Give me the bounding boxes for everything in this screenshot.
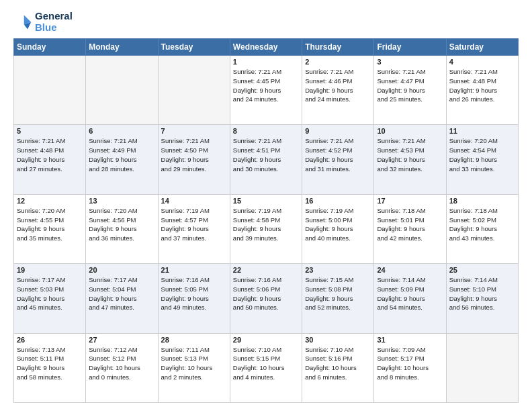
day-number: 18 bbox=[449, 197, 515, 205]
calendar-header-row: SundayMondayTuesdayWednesdayThursdayFrid… bbox=[14, 39, 519, 56]
day-number: 19 bbox=[17, 266, 83, 274]
calendar-header-saturday: Saturday bbox=[446, 39, 518, 56]
day-info: Sunrise: 7:17 AM Sunset: 5:04 PM Dayligh… bbox=[89, 275, 154, 312]
day-info: Sunrise: 7:18 AM Sunset: 5:01 PM Dayligh… bbox=[377, 206, 443, 243]
day-info: Sunrise: 7:17 AM Sunset: 5:03 PM Dayligh… bbox=[17, 275, 83, 312]
day-info: Sunrise: 7:16 AM Sunset: 5:05 PM Dayligh… bbox=[161, 275, 227, 312]
day-info: Sunrise: 7:09 AM Sunset: 5:17 PM Dayligh… bbox=[377, 345, 443, 382]
calendar-header-sunday: Sunday bbox=[14, 39, 86, 56]
day-number: 17 bbox=[377, 197, 443, 205]
day-info: Sunrise: 7:15 AM Sunset: 5:08 PM Dayligh… bbox=[305, 275, 371, 312]
day-number: 16 bbox=[305, 197, 371, 205]
calendar-table: SundayMondayTuesdayWednesdayThursdayFrid… bbox=[13, 38, 519, 403]
calendar-cell bbox=[86, 56, 158, 125]
day-info: Sunrise: 7:19 AM Sunset: 4:58 PM Dayligh… bbox=[233, 206, 299, 243]
calendar-cell: 3Sunrise: 7:21 AM Sunset: 4:47 PM Daylig… bbox=[374, 56, 446, 125]
day-number: 11 bbox=[449, 127, 515, 135]
day-number: 21 bbox=[161, 266, 227, 274]
calendar-cell: 8Sunrise: 7:21 AM Sunset: 4:51 PM Daylig… bbox=[230, 125, 302, 194]
calendar-cell: 22Sunrise: 7:16 AM Sunset: 5:06 PM Dayli… bbox=[230, 264, 302, 333]
day-number: 31 bbox=[377, 336, 443, 344]
day-number: 6 bbox=[89, 127, 154, 135]
calendar-cell: 15Sunrise: 7:19 AM Sunset: 4:58 PM Dayli… bbox=[230, 194, 302, 263]
calendar-cell: 19Sunrise: 7:17 AM Sunset: 5:03 PM Dayli… bbox=[14, 264, 86, 333]
calendar-cell: 2Sunrise: 7:21 AM Sunset: 4:46 PM Daylig… bbox=[302, 56, 374, 125]
calendar-cell: 10Sunrise: 7:21 AM Sunset: 4:53 PM Dayli… bbox=[374, 125, 446, 194]
day-info: Sunrise: 7:14 AM Sunset: 5:10 PM Dayligh… bbox=[449, 275, 515, 312]
calendar-cell: 30Sunrise: 7:10 AM Sunset: 5:16 PM Dayli… bbox=[302, 333, 374, 402]
calendar-header-friday: Friday bbox=[374, 39, 446, 56]
calendar-header-monday: Monday bbox=[86, 39, 158, 56]
calendar-cell: 7Sunrise: 7:21 AM Sunset: 4:50 PM Daylig… bbox=[158, 125, 230, 194]
day-info: Sunrise: 7:21 AM Sunset: 4:48 PM Dayligh… bbox=[449, 67, 515, 104]
day-number: 5 bbox=[17, 127, 83, 135]
day-info: Sunrise: 7:21 AM Sunset: 4:46 PM Dayligh… bbox=[305, 67, 371, 104]
day-info: Sunrise: 7:12 AM Sunset: 5:12 PM Dayligh… bbox=[89, 345, 154, 382]
day-number: 2 bbox=[305, 58, 371, 66]
calendar-cell: 16Sunrise: 7:19 AM Sunset: 5:00 PM Dayli… bbox=[302, 194, 374, 263]
calendar-cell: 31Sunrise: 7:09 AM Sunset: 5:17 PM Dayli… bbox=[374, 333, 446, 402]
page: General Blue SundayMondayTuesdayWednesda… bbox=[0, 0, 532, 411]
calendar-cell: 26Sunrise: 7:13 AM Sunset: 5:11 PM Dayli… bbox=[14, 333, 86, 402]
day-number: 20 bbox=[89, 266, 154, 274]
calendar-cell: 24Sunrise: 7:14 AM Sunset: 5:09 PM Dayli… bbox=[374, 264, 446, 333]
calendar-header-tuesday: Tuesday bbox=[158, 39, 230, 56]
day-number: 15 bbox=[233, 197, 299, 205]
calendar-cell: 4Sunrise: 7:21 AM Sunset: 4:48 PM Daylig… bbox=[446, 56, 518, 125]
header: General Blue bbox=[13, 11, 519, 33]
calendar-cell: 18Sunrise: 7:18 AM Sunset: 5:02 PM Dayli… bbox=[446, 194, 518, 263]
logo-text: General Blue bbox=[35, 11, 73, 33]
calendar-week-row: 5Sunrise: 7:21 AM Sunset: 4:48 PM Daylig… bbox=[14, 125, 519, 194]
day-number: 7 bbox=[161, 127, 227, 135]
calendar-cell: 23Sunrise: 7:15 AM Sunset: 5:08 PM Dayli… bbox=[302, 264, 374, 333]
day-info: Sunrise: 7:10 AM Sunset: 5:16 PM Dayligh… bbox=[305, 345, 371, 382]
day-info: Sunrise: 7:21 AM Sunset: 4:53 PM Dayligh… bbox=[377, 136, 443, 173]
day-number: 26 bbox=[17, 336, 83, 344]
day-info: Sunrise: 7:13 AM Sunset: 5:11 PM Dayligh… bbox=[17, 345, 83, 382]
calendar-week-row: 26Sunrise: 7:13 AM Sunset: 5:11 PM Dayli… bbox=[14, 333, 519, 402]
logo-icon bbox=[13, 13, 32, 32]
day-number: 4 bbox=[449, 58, 515, 66]
day-info: Sunrise: 7:21 AM Sunset: 4:45 PM Dayligh… bbox=[233, 67, 299, 104]
day-info: Sunrise: 7:21 AM Sunset: 4:52 PM Dayligh… bbox=[305, 136, 371, 173]
calendar-cell: 1Sunrise: 7:21 AM Sunset: 4:45 PM Daylig… bbox=[230, 56, 302, 125]
day-number: 22 bbox=[233, 266, 299, 274]
calendar-cell: 20Sunrise: 7:17 AM Sunset: 5:04 PM Dayli… bbox=[86, 264, 158, 333]
logo: General Blue bbox=[13, 11, 73, 33]
day-number: 28 bbox=[161, 336, 227, 344]
calendar-week-row: 19Sunrise: 7:17 AM Sunset: 5:03 PM Dayli… bbox=[14, 264, 519, 333]
day-number: 24 bbox=[377, 266, 443, 274]
day-number: 25 bbox=[449, 266, 515, 274]
calendar-cell: 29Sunrise: 7:10 AM Sunset: 5:15 PM Dayli… bbox=[230, 333, 302, 402]
day-info: Sunrise: 7:20 AM Sunset: 4:54 PM Dayligh… bbox=[449, 136, 515, 173]
calendar-cell: 17Sunrise: 7:18 AM Sunset: 5:01 PM Dayli… bbox=[374, 194, 446, 263]
day-number: 10 bbox=[377, 127, 443, 135]
day-info: Sunrise: 7:19 AM Sunset: 5:00 PM Dayligh… bbox=[305, 206, 371, 243]
day-info: Sunrise: 7:19 AM Sunset: 4:57 PM Dayligh… bbox=[161, 206, 227, 243]
day-info: Sunrise: 7:21 AM Sunset: 4:51 PM Dayligh… bbox=[233, 136, 299, 173]
calendar-header-wednesday: Wednesday bbox=[230, 39, 302, 56]
day-info: Sunrise: 7:21 AM Sunset: 4:49 PM Dayligh… bbox=[89, 136, 154, 173]
day-number: 14 bbox=[161, 197, 227, 205]
calendar-cell bbox=[158, 56, 230, 125]
calendar-cell: 28Sunrise: 7:11 AM Sunset: 5:13 PM Dayli… bbox=[158, 333, 230, 402]
day-info: Sunrise: 7:21 AM Sunset: 4:48 PM Dayligh… bbox=[17, 136, 83, 173]
day-info: Sunrise: 7:16 AM Sunset: 5:06 PM Dayligh… bbox=[233, 275, 299, 312]
calendar-week-row: 1Sunrise: 7:21 AM Sunset: 4:45 PM Daylig… bbox=[14, 56, 519, 125]
calendar-cell: 21Sunrise: 7:16 AM Sunset: 5:05 PM Dayli… bbox=[158, 264, 230, 333]
day-number: 9 bbox=[305, 127, 371, 135]
day-info: Sunrise: 7:20 AM Sunset: 4:56 PM Dayligh… bbox=[89, 206, 154, 243]
day-info: Sunrise: 7:14 AM Sunset: 5:09 PM Dayligh… bbox=[377, 275, 443, 312]
calendar-cell: 6Sunrise: 7:21 AM Sunset: 4:49 PM Daylig… bbox=[86, 125, 158, 194]
day-info: Sunrise: 7:11 AM Sunset: 5:13 PM Dayligh… bbox=[161, 345, 227, 382]
day-info: Sunrise: 7:21 AM Sunset: 4:47 PM Dayligh… bbox=[377, 67, 443, 104]
day-number: 30 bbox=[305, 336, 371, 344]
day-info: Sunrise: 7:20 AM Sunset: 4:55 PM Dayligh… bbox=[17, 206, 83, 243]
calendar-week-row: 12Sunrise: 7:20 AM Sunset: 4:55 PM Dayli… bbox=[14, 194, 519, 263]
calendar-cell: 5Sunrise: 7:21 AM Sunset: 4:48 PM Daylig… bbox=[14, 125, 86, 194]
calendar-cell: 25Sunrise: 7:14 AM Sunset: 5:10 PM Dayli… bbox=[446, 264, 518, 333]
day-number: 29 bbox=[233, 336, 299, 344]
calendar-header-thursday: Thursday bbox=[302, 39, 374, 56]
day-number: 27 bbox=[89, 336, 154, 344]
calendar-cell: 13Sunrise: 7:20 AM Sunset: 4:56 PM Dayli… bbox=[86, 194, 158, 263]
